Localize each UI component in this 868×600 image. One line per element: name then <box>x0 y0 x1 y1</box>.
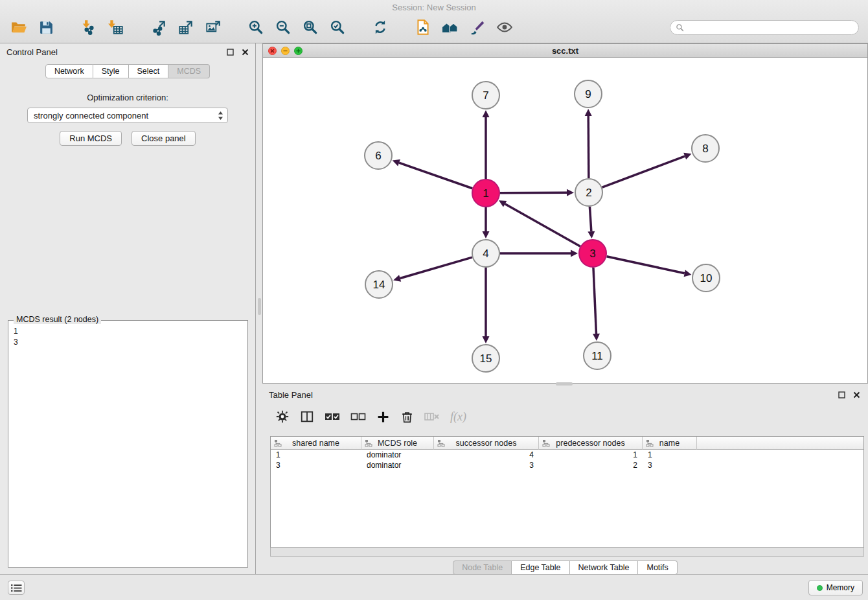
graph-node-10[interactable]: 10 <box>692 264 720 292</box>
tab-network[interactable]: Network <box>45 64 93 78</box>
svg-text:3: 3 <box>589 248 595 260</box>
toggle-columns-button[interactable] <box>300 410 314 424</box>
tab-mcds[interactable]: MCDS <box>168 64 210 78</box>
list-icon <box>11 584 22 592</box>
table-horizontal-scrollbar[interactable] <box>270 548 864 557</box>
show-hide-panels-button[interactable] <box>492 16 517 39</box>
tab-style[interactable]: Style <box>93 64 129 78</box>
graph-node-11[interactable]: 11 <box>584 342 611 369</box>
graph-node-6[interactable]: 6 <box>365 142 392 169</box>
tab-motifs[interactable]: Motifs <box>638 560 677 575</box>
zoom-fit-button[interactable] <box>298 16 323 39</box>
control-panel: Control Panel NetworkStyleSelectMCDS Opt… <box>0 43 256 574</box>
export-table-button[interactable] <box>174 16 198 39</box>
column-header-MCDS-role[interactable]: MCDS role <box>361 437 434 450</box>
select-all-rows-button[interactable] <box>325 411 340 422</box>
network-canvas[interactable]: 7968124314101511 <box>263 58 867 383</box>
export-image-button[interactable] <box>201 16 225 39</box>
table-panel-close-button[interactable] <box>852 390 862 400</box>
zoom-in-button[interactable] <box>244 16 268 39</box>
control-panel-tabs: NetworkStyleSelectMCDS <box>0 64 255 78</box>
tab-network-table[interactable]: Network Table <box>570 560 639 575</box>
column-header-label: predecessor nodes <box>556 439 624 448</box>
table-cell: dominator <box>361 461 434 470</box>
open-session-button[interactable] <box>6 16 31 39</box>
export-network-button[interactable] <box>146 16 171 39</box>
mcds-result-title: MCDS result (2 nodes) <box>14 315 101 324</box>
graph-node-3[interactable]: 3 <box>579 240 606 267</box>
vertical-splitter-handle[interactable] <box>258 298 261 315</box>
zoom-out-icon <box>275 19 291 36</box>
tab-select[interactable]: Select <box>129 64 169 78</box>
control-panel-close-button[interactable] <box>240 47 250 57</box>
graph-node-8[interactable]: 8 <box>692 135 719 162</box>
float-table-panel-button[interactable] <box>837 390 847 400</box>
table-cell: dominator <box>361 450 434 459</box>
column-header-filler <box>697 437 863 450</box>
delete-row-button[interactable] <box>400 410 414 424</box>
graph-edge-3-11[interactable] <box>593 268 597 334</box>
graphics-details-button[interactable] <box>465 16 490 39</box>
table-tabs: Node TableEdge TableNetwork TableMotifs <box>262 560 868 575</box>
delete-column-button[interactable] <box>424 411 440 422</box>
tab-node-table[interactable]: Node Table <box>453 560 512 575</box>
zoom-out-button[interactable] <box>271 16 295 39</box>
table-row[interactable]: 1dominator411 <box>271 450 863 460</box>
toolbar-separator <box>395 27 408 28</box>
svg-text:10: 10 <box>700 272 713 284</box>
svg-text:11: 11 <box>591 350 603 362</box>
task-history-button[interactable] <box>8 581 25 595</box>
column-header-successor-nodes[interactable]: successor nodes <box>434 437 539 450</box>
graph-edge-arrowhead <box>393 159 400 166</box>
graph-edge-2-3[interactable] <box>589 207 591 231</box>
graph-edge-3-10[interactable] <box>606 257 684 273</box>
graph-edge-3-1[interactable] <box>505 204 580 247</box>
table-cell: 3 <box>434 461 539 470</box>
column-header-shared-name[interactable]: shared name <box>271 437 361 450</box>
node-table: shared nameMCDS rolesuccessor nodesprede… <box>270 436 864 548</box>
column-header-name[interactable]: name <box>643 437 697 450</box>
horizontal-splitter-handle[interactable] <box>556 382 573 386</box>
table-settings-button[interactable] <box>275 410 290 424</box>
graph-node-2[interactable]: 2 <box>575 179 602 206</box>
column-type-icon <box>437 439 445 447</box>
add-row-button[interactable] <box>376 410 390 424</box>
graph-edge-arrowhead <box>593 334 600 341</box>
search-icon <box>676 23 684 32</box>
zoom-selected-button[interactable] <box>325 16 350 39</box>
optimization-criterion-select[interactable]: strongly connected component <box>27 108 228 123</box>
unselect-all-rows-button[interactable] <box>350 411 366 422</box>
first-neighbors-button[interactable] <box>438 16 463 39</box>
graph-node-9[interactable]: 9 <box>575 80 602 108</box>
export-network-icon <box>150 19 167 36</box>
graph-edge-1-6[interactable] <box>399 163 472 189</box>
search-input[interactable] <box>670 20 859 35</box>
graph-edge-1-2[interactable] <box>500 192 567 193</box>
graph-node-4[interactable]: 4 <box>472 240 499 267</box>
memory-button[interactable]: Memory <box>808 580 863 595</box>
close-panel-button[interactable]: Close panel <box>131 131 196 146</box>
run-mcds-button[interactable]: Run MCDS <box>60 131 122 146</box>
graph-node-7[interactable]: 7 <box>472 82 499 109</box>
graph-edge-4-14[interactable] <box>400 257 472 278</box>
memory-label: Memory <box>827 583 854 592</box>
refresh-view-button[interactable] <box>368 16 393 39</box>
function-builder-button[interactable]: f(x) <box>450 410 466 424</box>
column-header-predecessor-nodes[interactable]: predecessor nodes <box>539 437 643 450</box>
new-network-from-selection-button[interactable] <box>411 16 435 39</box>
import-table-from-file-button[interactable] <box>104 16 128 39</box>
table-cell: 1 <box>539 450 643 459</box>
title-bar: Session: New Session <box>0 0 868 13</box>
table-row[interactable]: 3dominator323 <box>271 460 863 470</box>
tab-edge-table[interactable]: Edge Table <box>512 560 569 575</box>
graph-node-15[interactable]: 15 <box>472 345 499 372</box>
graph-edge-2-9[interactable] <box>588 116 589 178</box>
svg-text:6: 6 <box>375 150 381 162</box>
graph-edge-2-8[interactable] <box>602 156 685 187</box>
graph-node-14[interactable]: 14 <box>365 271 393 298</box>
save-session-button[interactable] <box>34 16 58 39</box>
fx-icon: f(x) <box>450 410 466 424</box>
graph-node-1[interactable]: 1 <box>472 179 499 207</box>
float-control-panel-button[interactable] <box>225 47 235 57</box>
import-network-from-file-button[interactable] <box>76 16 101 39</box>
